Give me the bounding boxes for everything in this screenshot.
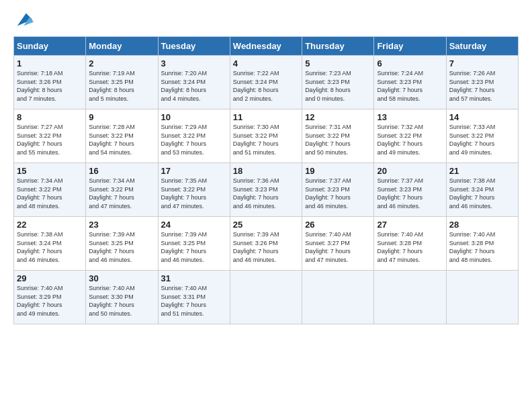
- day-info: Sunrise: 7:22 AM Sunset: 3:24 PM Dayligh…: [233, 70, 279, 102]
- calendar-day-cell: 2Sunrise: 7:19 AM Sunset: 3:25 PM Daylig…: [86, 56, 158, 109]
- calendar-day-cell: 11Sunrise: 7:30 AM Sunset: 3:22 PM Dayli…: [230, 109, 302, 163]
- day-info: Sunrise: 7:19 AM Sunset: 3:25 PM Dayligh…: [89, 70, 135, 102]
- day-number: 21: [449, 166, 515, 176]
- calendar-day-cell: 14Sunrise: 7:33 AM Sunset: 3:22 PM Dayli…: [446, 109, 518, 163]
- calendar-day-cell: [302, 271, 374, 324]
- day-number: 19: [305, 166, 371, 176]
- calendar-day-cell: 12Sunrise: 7:31 AM Sunset: 3:22 PM Dayli…: [302, 109, 374, 163]
- calendar-day-cell: 18Sunrise: 7:36 AM Sunset: 3:23 PM Dayli…: [230, 163, 302, 217]
- day-info: Sunrise: 7:33 AM Sunset: 3:22 PM Dayligh…: [449, 124, 496, 156]
- calendar-day-cell: 9Sunrise: 7:28 AM Sunset: 3:22 PM Daylig…: [86, 109, 158, 163]
- day-info: Sunrise: 7:39 AM Sunset: 3:25 PM Dayligh…: [89, 231, 135, 263]
- calendar-day-cell: [374, 271, 446, 324]
- calendar-header-cell: Wednesday: [230, 37, 302, 56]
- calendar-day-cell: 21Sunrise: 7:38 AM Sunset: 3:24 PM Dayli…: [446, 163, 518, 217]
- calendar-day-cell: 19Sunrise: 7:37 AM Sunset: 3:23 PM Dayli…: [302, 163, 374, 217]
- day-number: 11: [233, 112, 299, 122]
- day-info: Sunrise: 7:38 AM Sunset: 3:24 PM Dayligh…: [449, 177, 496, 210]
- day-number: 15: [17, 166, 83, 176]
- day-number: 16: [89, 166, 154, 176]
- calendar-day-cell: 7Sunrise: 7:26 AM Sunset: 3:23 PM Daylig…: [446, 56, 518, 109]
- day-info: Sunrise: 7:34 AM Sunset: 3:22 PM Dayligh…: [89, 177, 135, 210]
- day-number: 3: [161, 58, 227, 68]
- calendar-week-row: 8Sunrise: 7:27 AM Sunset: 3:22 PM Daylig…: [14, 109, 519, 163]
- day-info: Sunrise: 7:40 AM Sunset: 3:31 PM Dayligh…: [161, 285, 208, 317]
- day-info: Sunrise: 7:31 AM Sunset: 3:22 PM Dayligh…: [305, 124, 351, 156]
- calendar-header-cell: Friday: [374, 37, 446, 56]
- day-number: 4: [233, 58, 299, 68]
- day-info: Sunrise: 7:23 AM Sunset: 3:23 PM Dayligh…: [305, 70, 351, 102]
- calendar-day-cell: 5Sunrise: 7:23 AM Sunset: 3:23 PM Daylig…: [302, 56, 374, 109]
- day-number: 6: [377, 58, 443, 68]
- logo: [13, 11, 34, 30]
- day-number: 23: [89, 220, 154, 230]
- day-info: Sunrise: 7:29 AM Sunset: 3:22 PM Dayligh…: [161, 124, 208, 156]
- day-info: Sunrise: 7:38 AM Sunset: 3:24 PM Dayligh…: [17, 231, 63, 263]
- day-number: 27: [377, 220, 443, 230]
- calendar-day-cell: 28Sunrise: 7:40 AM Sunset: 3:28 PM Dayli…: [446, 217, 518, 271]
- calendar-day-cell: 25Sunrise: 7:39 AM Sunset: 3:26 PM Dayli…: [230, 217, 302, 271]
- day-info: Sunrise: 7:40 AM Sunset: 3:28 PM Dayligh…: [377, 231, 423, 263]
- day-info: Sunrise: 7:26 AM Sunset: 3:23 PM Dayligh…: [449, 70, 496, 102]
- calendar-header-row: SundayMondayTuesdayWednesdayThursdayFrid…: [14, 37, 519, 56]
- day-number: 10: [161, 112, 227, 122]
- day-number: 30: [89, 273, 154, 283]
- day-info: Sunrise: 7:40 AM Sunset: 3:28 PM Dayligh…: [449, 231, 496, 263]
- day-info: Sunrise: 7:28 AM Sunset: 3:22 PM Dayligh…: [89, 124, 135, 156]
- calendar-day-cell: 4Sunrise: 7:22 AM Sunset: 3:24 PM Daylig…: [230, 56, 302, 109]
- calendar-day-cell: 23Sunrise: 7:39 AM Sunset: 3:25 PM Dayli…: [86, 217, 158, 271]
- day-info: Sunrise: 7:36 AM Sunset: 3:23 PM Dayligh…: [233, 177, 279, 210]
- calendar-day-cell: [446, 271, 518, 324]
- day-number: 14: [449, 112, 515, 122]
- day-info: Sunrise: 7:24 AM Sunset: 3:23 PM Dayligh…: [377, 70, 423, 102]
- calendar-week-row: 29Sunrise: 7:40 AM Sunset: 3:29 PM Dayli…: [14, 271, 519, 324]
- calendar-day-cell: 30Sunrise: 7:40 AM Sunset: 3:30 PM Dayli…: [86, 271, 158, 324]
- calendar-day-cell: [230, 271, 302, 324]
- day-number: 28: [449, 220, 515, 230]
- calendar-week-row: 22Sunrise: 7:38 AM Sunset: 3:24 PM Dayli…: [14, 217, 519, 271]
- calendar-day-cell: 17Sunrise: 7:35 AM Sunset: 3:22 PM Dayli…: [158, 163, 230, 217]
- calendar-day-cell: 10Sunrise: 7:29 AM Sunset: 3:22 PM Dayli…: [158, 109, 230, 163]
- calendar-day-cell: 26Sunrise: 7:40 AM Sunset: 3:27 PM Dayli…: [302, 217, 374, 271]
- day-number: 7: [449, 58, 515, 68]
- day-number: 18: [233, 166, 299, 176]
- calendar-day-cell: 27Sunrise: 7:40 AM Sunset: 3:28 PM Dayli…: [374, 217, 446, 271]
- day-number: 17: [161, 166, 227, 176]
- page-container: SundayMondayTuesdayWednesdayThursdayFrid…: [0, 0, 532, 331]
- day-number: 22: [17, 220, 83, 230]
- calendar-table: SundayMondayTuesdayWednesdayThursdayFrid…: [13, 36, 519, 324]
- day-info: Sunrise: 7:32 AM Sunset: 3:22 PM Dayligh…: [377, 124, 423, 156]
- day-info: Sunrise: 7:39 AM Sunset: 3:25 PM Dayligh…: [161, 231, 208, 263]
- calendar-header-cell: Thursday: [302, 37, 374, 56]
- day-number: 24: [161, 220, 227, 230]
- calendar-day-cell: 31Sunrise: 7:40 AM Sunset: 3:31 PM Dayli…: [158, 271, 230, 324]
- logo-icon: [15, 11, 34, 30]
- day-number: 29: [17, 273, 83, 283]
- calendar-week-row: 1Sunrise: 7:18 AM Sunset: 3:26 PM Daylig…: [14, 56, 519, 109]
- calendar-week-row: 15Sunrise: 7:34 AM Sunset: 3:22 PM Dayli…: [14, 163, 519, 217]
- day-info: Sunrise: 7:30 AM Sunset: 3:22 PM Dayligh…: [233, 124, 279, 156]
- day-number: 31: [161, 273, 227, 283]
- day-number: 2: [89, 58, 154, 68]
- page-header: [13, 11, 519, 30]
- calendar-day-cell: 8Sunrise: 7:27 AM Sunset: 3:22 PM Daylig…: [14, 109, 86, 163]
- calendar-day-cell: 13Sunrise: 7:32 AM Sunset: 3:22 PM Dayli…: [374, 109, 446, 163]
- day-info: Sunrise: 7:37 AM Sunset: 3:23 PM Dayligh…: [377, 177, 423, 210]
- calendar-day-cell: 20Sunrise: 7:37 AM Sunset: 3:23 PM Dayli…: [374, 163, 446, 217]
- calendar-header-cell: Sunday: [14, 37, 86, 56]
- day-number: 25: [233, 220, 299, 230]
- calendar-day-cell: 15Sunrise: 7:34 AM Sunset: 3:22 PM Dayli…: [14, 163, 86, 217]
- calendar-day-cell: 6Sunrise: 7:24 AM Sunset: 3:23 PM Daylig…: [374, 56, 446, 109]
- day-info: Sunrise: 7:40 AM Sunset: 3:27 PM Dayligh…: [305, 231, 351, 263]
- calendar-day-cell: 24Sunrise: 7:39 AM Sunset: 3:25 PM Dayli…: [158, 217, 230, 271]
- calendar-body: 1Sunrise: 7:18 AM Sunset: 3:26 PM Daylig…: [14, 56, 519, 324]
- day-number: 12: [305, 112, 371, 122]
- day-info: Sunrise: 7:18 AM Sunset: 3:26 PM Dayligh…: [17, 70, 63, 102]
- calendar-day-cell: 1Sunrise: 7:18 AM Sunset: 3:26 PM Daylig…: [14, 56, 86, 109]
- day-info: Sunrise: 7:34 AM Sunset: 3:22 PM Dayligh…: [17, 177, 63, 210]
- day-info: Sunrise: 7:40 AM Sunset: 3:29 PM Dayligh…: [17, 285, 63, 317]
- day-info: Sunrise: 7:35 AM Sunset: 3:22 PM Dayligh…: [161, 177, 208, 210]
- day-number: 5: [305, 58, 371, 68]
- day-info: Sunrise: 7:27 AM Sunset: 3:22 PM Dayligh…: [17, 124, 63, 156]
- day-info: Sunrise: 7:20 AM Sunset: 3:24 PM Dayligh…: [161, 70, 208, 102]
